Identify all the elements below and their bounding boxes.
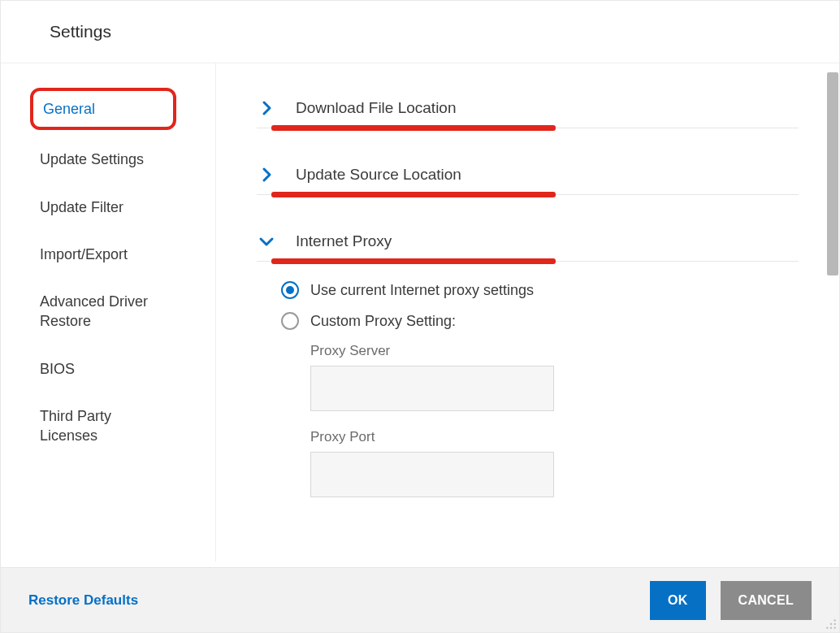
svg-point-4 [830,627,832,629]
ok-button[interactable]: OK [650,581,706,620]
radio-label: Custom Proxy Setting: [310,313,456,330]
settings-main: Download File Location Update Source Loc… [216,63,839,561]
highlight-underline [271,258,556,264]
dialog-header: Settings [1,1,839,63]
section-update-source-location[interactable]: Update Source Location [257,154,799,195]
radio-use-current-proxy[interactable]: Use current Internet proxy settings [281,281,799,299]
highlight-underline [271,192,556,197]
svg-point-3 [826,627,828,629]
section-internet-proxy[interactable]: Internet Proxy [257,221,799,262]
svg-point-2 [834,623,836,625]
radio-icon [281,312,299,330]
sidebar-item-general[interactable]: General [30,88,176,130]
section-label: Update Source Location [296,166,461,184]
vertical-scrollbar[interactable] [827,72,838,275]
svg-point-0 [834,619,836,621]
section-download-file-location[interactable]: Download File Location [257,88,799,128]
proxy-server-input[interactable] [310,366,554,411]
sidebar-item-update-filter[interactable]: Update Filter [30,189,176,225]
radio-icon [281,281,299,299]
section-label: Internet Proxy [296,232,392,250]
resize-grip-icon[interactable] [825,618,837,630]
proxy-port-input[interactable] [310,452,554,497]
highlight-underline [271,125,556,131]
footer-buttons: OK CANCEL [650,581,812,620]
chevron-down-icon [257,232,276,251]
proxy-fields: Proxy Server Proxy Port [281,343,799,515]
svg-point-1 [830,623,832,625]
section-label: Download File Location [296,99,457,117]
sidebar-item-third-party-licenses[interactable]: Third Party Licenses [30,398,176,454]
body: General Update Settings Update Filter Im… [1,63,839,561]
proxy-port-label: Proxy Port [310,429,799,445]
sidebar-item-import-export[interactable]: Import/Export [30,236,176,272]
radio-custom-proxy[interactable]: Custom Proxy Setting: [281,312,799,330]
dialog-footer: Restore Defaults OK CANCEL [1,567,839,632]
proxy-options: Use current Internet proxy settings Cust… [257,281,799,515]
cancel-button[interactable]: CANCEL [721,581,812,620]
sidebar-item-bios[interactable]: BIOS [30,351,176,387]
radio-label: Use current Internet proxy settings [310,282,534,299]
settings-sidebar: General Update Settings Update Filter Im… [1,63,216,561]
proxy-server-label: Proxy Server [310,343,799,359]
chevron-right-icon [257,98,276,118]
sidebar-item-update-settings[interactable]: Update Settings [30,141,176,177]
chevron-right-icon [257,165,276,184]
restore-defaults-link[interactable]: Restore Defaults [28,592,138,609]
svg-point-5 [834,627,836,629]
sidebar-item-advanced-driver-restore[interactable]: Advanced Driver Restore [30,284,176,340]
page-title: Settings [50,22,839,41]
